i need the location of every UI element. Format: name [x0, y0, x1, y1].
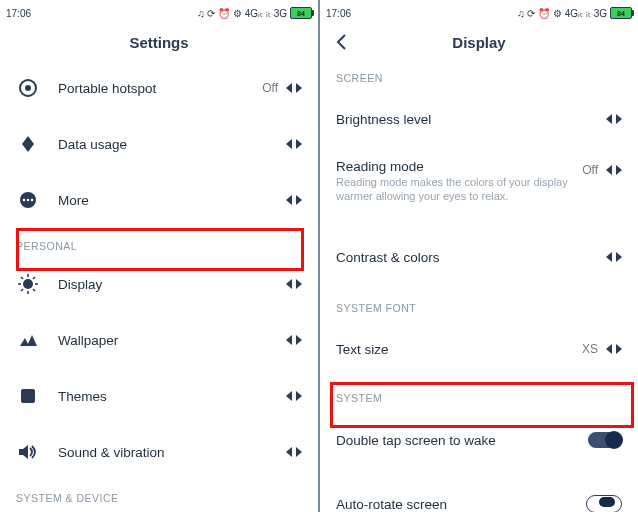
header-settings: Settings — [0, 24, 318, 60]
sound-icon — [16, 440, 40, 464]
row-display[interactable]: Display — [0, 256, 318, 312]
row-reading-mode[interactable]: Reading mode Reading mode makes the colo… — [320, 150, 638, 224]
toggle-off[interactable] — [586, 495, 622, 512]
row-auto-rotate[interactable]: Auto-rotate screen — [320, 472, 638, 512]
status-icons: ♫ ⟳ ⏰ ⚙ 4Gᵢₜ ᵢₜ 3G — [517, 8, 607, 19]
chevron-icon — [286, 139, 302, 149]
row-value: Off — [582, 163, 598, 177]
row-portable-hotspot[interactable]: Portable hotspot Off — [0, 60, 318, 116]
section-system-device: SYSTEM & DEVICE — [0, 480, 318, 508]
themes-icon — [16, 384, 40, 408]
chevron-icon — [286, 447, 302, 457]
row-label: Text size — [336, 342, 582, 357]
svg-marker-31 — [286, 447, 292, 457]
svg-marker-44 — [606, 165, 612, 175]
status-right: ♫ ⟳ ⏰ ⚙ 4Gᵢₜ ᵢₜ 3G 84 — [197, 7, 312, 19]
section-font: SYSTEM FONT — [320, 290, 638, 318]
display-list[interactable]: SCREEN Brightness level Reading mode Rea… — [320, 60, 638, 512]
svg-marker-47 — [616, 252, 622, 262]
row-label: Display — [58, 277, 286, 292]
svg-marker-42 — [606, 114, 612, 124]
page-title: Display — [452, 34, 505, 51]
row-more[interactable]: More — [0, 172, 318, 228]
back-button[interactable] — [334, 32, 348, 56]
row-textsize[interactable]: Text size XS — [320, 318, 638, 380]
svg-marker-21 — [286, 279, 292, 289]
data-icon — [16, 132, 40, 156]
row-sublabel: Reading mode makes the colors of your di… — [336, 176, 582, 204]
svg-point-8 — [27, 199, 30, 202]
row-label: Portable hotspot — [58, 81, 262, 96]
section-system: SYSTEM — [320, 380, 638, 408]
row-label: Auto-rotate screen — [336, 497, 586, 512]
svg-marker-28 — [286, 391, 292, 401]
svg-marker-10 — [286, 195, 292, 205]
chevron-icon — [286, 195, 302, 205]
row-sound[interactable]: Sound & vibration — [0, 424, 318, 480]
svg-marker-46 — [606, 252, 612, 262]
row-label: Wallpaper — [58, 333, 286, 348]
svg-marker-11 — [296, 195, 302, 205]
header-display: Display — [320, 24, 638, 60]
svg-marker-26 — [296, 335, 302, 345]
status-right: ♫ ⟳ ⏰ ⚙ 4Gᵢₜ ᵢₜ 3G 84 — [517, 7, 632, 19]
row-label: Data usage — [58, 137, 286, 152]
svg-marker-22 — [296, 279, 302, 289]
svg-marker-29 — [296, 391, 302, 401]
more-icon — [16, 188, 40, 212]
svg-line-17 — [21, 277, 23, 279]
svg-marker-43 — [616, 114, 622, 124]
svg-line-19 — [33, 277, 35, 279]
svg-marker-24 — [27, 335, 37, 346]
status-bar: 17:06 ♫ ⟳ ⏰ ⚙ 4Gᵢₜ ᵢₜ 3G 84 — [0, 0, 318, 24]
svg-marker-4 — [286, 139, 292, 149]
chevron-icon — [606, 252, 622, 262]
page-title: Settings — [129, 34, 188, 51]
row-label: Reading mode — [336, 159, 582, 174]
row-label: Themes — [58, 389, 286, 404]
row-brightness[interactable]: Brightness level — [320, 88, 638, 150]
chevron-icon — [286, 391, 302, 401]
row-wallpaper[interactable]: Wallpaper — [0, 312, 318, 368]
status-time: 17:06 — [326, 8, 351, 19]
chevron-icon — [606, 344, 622, 354]
svg-marker-32 — [296, 447, 302, 457]
section-screen: SCREEN — [320, 60, 638, 88]
wallpaper-icon — [16, 328, 40, 352]
status-bar: 17:06 ♫ ⟳ ⏰ ⚙ 4Gᵢₜ ᵢₜ 3G 84 — [320, 0, 638, 24]
settings-list[interactable]: Portable hotspot Off Data usage More PER… — [0, 60, 318, 512]
svg-marker-5 — [296, 139, 302, 149]
chevron-icon — [286, 279, 302, 289]
row-data-usage[interactable]: Data usage — [0, 116, 318, 172]
chevron-icon — [286, 83, 302, 93]
row-lockscreen[interactable]: Lock screen & password — [0, 508, 318, 512]
battery-icon: 84 — [610, 7, 632, 19]
row-value: Off — [262, 81, 278, 95]
toggle-on[interactable] — [588, 432, 622, 448]
svg-line-18 — [33, 289, 35, 291]
row-contrast[interactable]: Contrast & colors — [320, 224, 638, 290]
chevron-icon — [606, 114, 622, 124]
section-personal: PERSONAL — [0, 228, 318, 256]
row-value: XS — [582, 342, 598, 356]
phone-display: 17:06 ♫ ⟳ ⏰ ⚙ 4Gᵢₜ ᵢₜ 3G 84 Display SCRE… — [320, 0, 638, 512]
svg-line-20 — [21, 289, 23, 291]
svg-marker-45 — [616, 165, 622, 175]
row-label: Contrast & colors — [336, 250, 606, 265]
battery-icon: 84 — [290, 7, 312, 19]
svg-marker-2 — [286, 83, 292, 93]
row-label: Brightness level — [336, 112, 606, 127]
row-double-tap-wake[interactable]: Double tap screen to wake — [320, 408, 638, 472]
row-label: Double tap screen to wake — [336, 433, 588, 448]
svg-marker-3 — [296, 83, 302, 93]
display-icon — [16, 272, 40, 296]
status-icons: ♫ ⟳ ⏰ ⚙ 4Gᵢₜ ᵢₜ 3G — [197, 8, 287, 19]
status-time: 17:06 — [6, 8, 31, 19]
chevron-icon — [286, 335, 302, 345]
hotspot-icon — [16, 76, 40, 100]
row-themes[interactable]: Themes — [0, 368, 318, 424]
svg-point-7 — [23, 199, 26, 202]
svg-marker-30 — [19, 445, 28, 459]
chevron-icon — [606, 165, 622, 175]
svg-point-9 — [31, 199, 34, 202]
